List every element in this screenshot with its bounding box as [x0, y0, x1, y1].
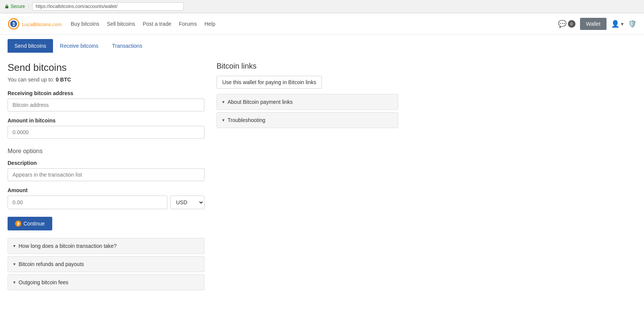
description-label: Description: [8, 160, 204, 166]
user-dropdown[interactable]: 👤 ▾: [611, 20, 624, 28]
logo-icon: ₿: [8, 18, 20, 30]
main-content: Send bitcoins You can send up to: 0 BTC …: [0, 53, 530, 302]
accordion-how-long-label: How long does a bitcoin transaction take…: [19, 243, 117, 249]
more-options-title: More options: [8, 148, 204, 155]
user-dropdown-arrow: ▾: [621, 21, 624, 27]
accordion-refunds-header[interactable]: ▾ Bitcoin refunds and payouts: [8, 257, 204, 272]
nav-links: Buy bitcoins Sell bitcoins Post a trade …: [71, 21, 549, 27]
accordion-fees-header[interactable]: ▾ Outgoing bitcoin fees: [8, 275, 204, 290]
lock-icon: [5, 4, 9, 9]
chevron-icon: ▾: [13, 243, 16, 249]
svg-rect-0: [5, 6, 8, 8]
accordion-how-long-header[interactable]: ▾ How long does a bitcoin transaction ta…: [8, 238, 204, 254]
accordion-about-links-header[interactable]: ▾ About Bitcoin payment links: [217, 94, 398, 110]
message-count: 0: [568, 20, 575, 28]
right-panel: Bitcoin links Use this wallet for paying…: [217, 62, 406, 293]
svg-text:₿: ₿: [12, 22, 15, 27]
page-title: Send bitcoins: [8, 62, 204, 74]
chat-icon: 💬: [558, 20, 566, 28]
send-amount: 0 BTC: [56, 77, 71, 83]
use-wallet-button[interactable]: Use this wallet for paying in Bitcoin li…: [217, 76, 322, 89]
accordion-how-long[interactable]: ▾ How long does a bitcoin transaction ta…: [8, 238, 204, 254]
nav-right: 💬 0 Wallet 👤 ▾ 🛡️: [558, 18, 636, 30]
secure-text: Secure: [11, 4, 25, 9]
accordion-troubleshooting-label: Troubleshooting: [228, 117, 265, 123]
description-input[interactable]: [8, 168, 204, 181]
user-icon: 👤: [611, 20, 619, 28]
accordion-fees[interactable]: ▾ Outgoing bitcoin fees: [8, 274, 204, 290]
nav-post-trade[interactable]: Post a trade: [143, 21, 172, 27]
continue-button[interactable]: ₿ Continue: [8, 217, 52, 230]
tab-send-bitcoins[interactable]: Send bitcoins: [8, 39, 53, 53]
bitcoin-icon: ₿: [15, 221, 21, 227]
currency-select[interactable]: USD EUR GBP BTC: [170, 196, 204, 209]
chevron-icon: ▾: [13, 261, 16, 267]
accordion-fees-label: Outgoing bitcoin fees: [19, 279, 69, 285]
secure-badge: Secure: [5, 4, 25, 9]
bitcoin-links-title: Bitcoin links: [217, 62, 406, 70]
continue-label: Continue: [23, 221, 45, 227]
chevron-icon: ▾: [222, 117, 225, 123]
amount-label: Amount: [8, 187, 204, 193]
tab-transactions[interactable]: Transactions: [105, 39, 149, 53]
accordion-troubleshooting[interactable]: ▾ Troubleshooting: [217, 112, 398, 128]
receiving-address-label: Receiving bitcoin address: [8, 90, 204, 96]
accordion-about-links[interactable]: ▾ About Bitcoin payment links: [217, 94, 398, 110]
nav-forums[interactable]: Forums: [179, 21, 196, 27]
amount-btc-label: Amount in bitcoins: [8, 117, 204, 124]
send-subtitle: You can send up to: 0 BTC: [8, 77, 204, 83]
nav-sell-bitcoins[interactable]: Sell bitcoins: [107, 21, 135, 27]
left-panel: Send bitcoins You can send up to: 0 BTC …: [8, 62, 204, 293]
logo[interactable]: ₿ LocalBitcoins.com: [8, 18, 62, 30]
receiving-address-group: Receiving bitcoin address: [8, 90, 204, 111]
amount-input[interactable]: [8, 196, 167, 209]
browser-bar: Secure | https://localbitcoins.com/accou…: [0, 0, 644, 13]
chevron-icon: ▾: [222, 99, 225, 105]
accordion-troubleshooting-header[interactable]: ▾ Troubleshooting: [217, 113, 398, 128]
bitcoin-address-input[interactable]: [8, 99, 204, 111]
url-bar[interactable]: https://localbitcoins.com/accounts/walle…: [32, 2, 184, 11]
messages-icon-group[interactable]: 💬 0: [558, 20, 575, 28]
accordion-about-links-label: About Bitcoin payment links: [228, 99, 293, 105]
amount-row: USD EUR GBP BTC: [8, 196, 204, 209]
description-group: Description: [8, 160, 204, 181]
nav-buy-bitcoins[interactable]: Buy bitcoins: [71, 21, 99, 27]
amount-currency-group: Amount USD EUR GBP BTC: [8, 187, 204, 209]
accordion-refunds[interactable]: ▾ Bitcoin refunds and payouts: [8, 256, 204, 272]
chevron-icon: ▾: [13, 280, 16, 285]
amount-btc-group: Amount in bitcoins: [8, 117, 204, 139]
shield-user-icon: 🛡️: [628, 20, 636, 28]
tab-receive-bitcoins[interactable]: Receive bitcoins: [53, 39, 105, 53]
amount-btc-input[interactable]: [8, 126, 204, 139]
logo-text: LocalBitcoins.com: [22, 19, 62, 28]
nav-help[interactable]: Help: [204, 21, 215, 27]
accordion-refunds-label: Bitcoin refunds and payouts: [19, 261, 84, 267]
navbar: ₿ LocalBitcoins.com Buy bitcoins Sell bi…: [0, 13, 644, 34]
tab-bar: Send bitcoins Receive bitcoins Transacti…: [0, 34, 644, 53]
wallet-button[interactable]: Wallet: [580, 18, 607, 30]
